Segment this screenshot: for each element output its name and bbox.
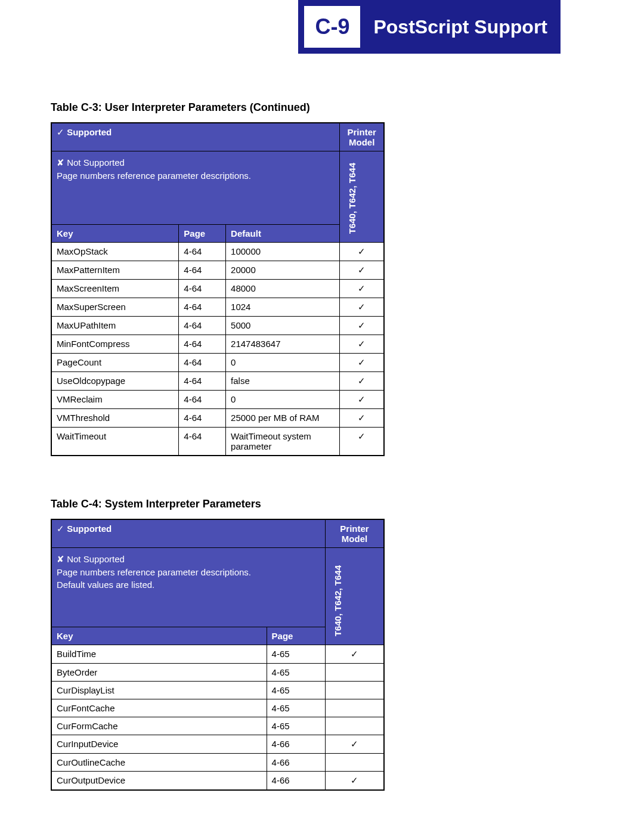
- cell-key: WaitTimeout: [51, 428, 179, 456]
- cell-page: 4-64: [179, 261, 226, 280]
- cell-default: false: [226, 372, 340, 391]
- printer-model-header-2: Printer Model: [326, 519, 384, 548]
- table1-caption: Table C-3: User Interpreter Parameters (…: [51, 101, 385, 114]
- cell-key: MaxSuperScreen: [51, 298, 179, 317]
- cell-default: 25000 per MB of RAM: [226, 409, 340, 428]
- col-default: Default: [226, 225, 340, 243]
- cell-default: 100000: [226, 243, 340, 261]
- printer-model-header: Printer Model: [340, 123, 384, 151]
- cell-key: BuildTime: [51, 645, 267, 664]
- cell-key: VMThreshold: [51, 409, 179, 428]
- cell-support: ✓: [326, 735, 384, 754]
- legend-supported-row: ✓ Supported: [51, 123, 340, 151]
- legend-notes: ✘ Not Supported Page numbers reference p…: [51, 151, 340, 225]
- cell-default: 0: [226, 391, 340, 409]
- table-row: BuildTime4-65✓: [51, 645, 384, 664]
- table-row: ByteOrder4-65: [51, 664, 384, 682]
- table-row: UseOldcopypage4-64false✓: [51, 372, 384, 391]
- model-column-label-2: T640, T642, T644: [330, 561, 345, 641]
- cell-support: ✓: [340, 243, 384, 261]
- cell-page: 4-64: [179, 354, 226, 372]
- legend-supported-row-2: ✓ Supported: [51, 519, 326, 548]
- table-row: MaxOpStack4-64100000✓: [51, 243, 384, 261]
- col-key: Key: [51, 225, 179, 243]
- cell-default: 1024: [226, 298, 340, 317]
- section-code: C-9: [298, 0, 360, 54]
- check-icon: ✓: [57, 127, 64, 137]
- cell-key: CurInputDevice: [51, 735, 267, 754]
- cell-key: CurFormCache: [51, 717, 267, 735]
- table-row: CurInputDevice4-66✓: [51, 735, 384, 754]
- table-row: PageCount4-640✓: [51, 354, 384, 372]
- cell-support: ✓: [340, 372, 384, 391]
- cell-support: ✓: [340, 391, 384, 409]
- page-header: C-9 PostScript Support: [298, 0, 561, 54]
- cell-key: MaxScreenItem: [51, 280, 179, 298]
- cell-key: VMReclaim: [51, 391, 179, 409]
- cell-support: ✓: [340, 409, 384, 428]
- cell-key: CurOutlineCache: [51, 754, 267, 772]
- cell-page: 4-65: [267, 645, 325, 664]
- check-icon: ✓: [57, 524, 64, 534]
- cell-support: [326, 717, 384, 735]
- cell-page: 4-64: [179, 391, 226, 409]
- model-column-cell: T640, T642, T644: [340, 151, 384, 243]
- cell-page: 4-64: [179, 335, 226, 354]
- content-area: Table C-3: User Interpreter Parameters (…: [0, 0, 385, 791]
- cell-page: 4-65: [267, 682, 325, 699]
- cell-support: ✓: [326, 645, 384, 664]
- cell-default: 0: [226, 354, 340, 372]
- cell-page: 4-65: [267, 664, 325, 682]
- legend-supported-2: Supported: [67, 524, 112, 534]
- col-key-2: Key: [51, 627, 267, 645]
- table-row: MaxUPathItem4-645000✓: [51, 317, 384, 335]
- cell-key: ByteOrder: [51, 664, 267, 682]
- cell-page: 4-66: [267, 772, 325, 791]
- cell-page: 4-64: [179, 298, 226, 317]
- model-column-cell-2: T640, T642, T644: [326, 548, 384, 645]
- cell-support: ✓: [340, 317, 384, 335]
- table2-caption: Table C-4: System Interpreter Parameters: [51, 498, 385, 510]
- cross-icon: ✘: [57, 554, 64, 564]
- cell-page: 4-66: [267, 735, 325, 754]
- cell-support: ✓: [340, 428, 384, 456]
- table-row: VMReclaim4-640✓: [51, 391, 384, 409]
- cell-key: MinFontCompress: [51, 335, 179, 354]
- section-title: PostScript Support: [360, 0, 561, 54]
- table-row: CurFontCache4-65: [51, 699, 384, 717]
- legend-notes-2: ✘ Not Supported Page numbers reference p…: [51, 548, 326, 627]
- model-column-label: T640, T642, T644: [345, 158, 360, 239]
- cell-page: 4-66: [267, 754, 325, 772]
- cell-support: ✓: [340, 354, 384, 372]
- cell-support: ✓: [340, 280, 384, 298]
- cell-support: [326, 754, 384, 772]
- legend-not-supported-2: Not Supported: [67, 554, 125, 564]
- cell-page: 4-64: [179, 280, 226, 298]
- table-user-interpreter-params: ✓ Supported Printer Model ✘ Not Supporte…: [51, 122, 385, 456]
- cell-default: 5000: [226, 317, 340, 335]
- table-system-interpreter-params: ✓ Supported Printer Model ✘ Not Supporte…: [51, 519, 385, 791]
- cell-key: MaxUPathItem: [51, 317, 179, 335]
- table-row: MaxSuperScreen4-641024✓: [51, 298, 384, 317]
- cell-page: 4-64: [179, 409, 226, 428]
- legend-note1-2: Page numbers reference parameter descrip…: [57, 567, 320, 577]
- cell-default: WaitTimeout system parameter: [226, 428, 340, 456]
- legend-not-supported: Not Supported: [67, 157, 125, 168]
- legend-note1: Page numbers reference parameter descrip…: [57, 171, 335, 181]
- cell-key: PageCount: [51, 354, 179, 372]
- cell-support: [326, 682, 384, 699]
- cell-default: 20000: [226, 261, 340, 280]
- cell-key: MaxPatternItem: [51, 261, 179, 280]
- cell-page: 4-65: [267, 717, 325, 735]
- col-page-2: Page: [267, 627, 325, 645]
- table-row: CurOutputDevice4-66✓: [51, 772, 384, 791]
- table-row: WaitTimeout4-64WaitTimeout system parame…: [51, 428, 384, 456]
- cell-key: MaxOpStack: [51, 243, 179, 261]
- cell-support: ✓: [340, 261, 384, 280]
- cell-page: 4-64: [179, 243, 226, 261]
- cell-support: ✓: [340, 335, 384, 354]
- table-row: MaxScreenItem4-6448000✓: [51, 280, 384, 298]
- cell-support: ✓: [326, 772, 384, 791]
- table-row: CurOutlineCache4-66: [51, 754, 384, 772]
- table-row: MinFontCompress4-642147483647✓: [51, 335, 384, 354]
